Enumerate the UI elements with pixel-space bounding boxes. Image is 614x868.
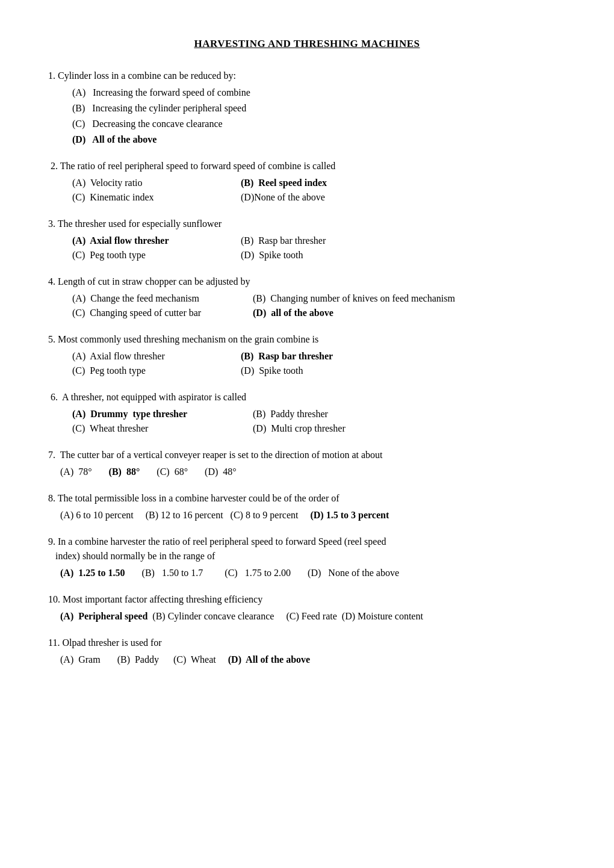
question-4: 4. Length of cut in straw chopper can be… (48, 274, 566, 320)
question-5-text: 5. Most commonly used threshing mechanis… (48, 332, 566, 347)
list-item: (A) Change the feed mechanism (B) Changi… (72, 291, 566, 306)
list-item: (A) Velocity ratio (B) Reel speed index (72, 176, 566, 190)
question-11-text: 11. Olpad thresher is used for (48, 636, 566, 650)
question-2: 2. The ratio of reel peripheral speed to… (48, 159, 566, 205)
list-item: (A) Peripheral speed (60, 611, 150, 621)
question-7-options: (A) 78° (B) 88° (C) 68° (D) 48° (48, 465, 566, 479)
questions-container: 1. Cylinder loss in a combine can be red… (48, 69, 566, 667)
list-item: (B) 88° (109, 467, 155, 477)
page-title: HARVESTING AND THRESHING MACHINES (48, 36, 566, 52)
list-item: (C) 68° (157, 467, 202, 477)
list-item: (D) None of the above (308, 568, 399, 578)
question-3-text: 3. The thresher used for especially sunf… (48, 217, 566, 231)
list-item: (C) Feed rate (D) Moisture content (286, 611, 423, 621)
list-item: (B) Paddy (117, 654, 171, 665)
question-1-text: 1. Cylinder loss in a combine can be red… (48, 69, 566, 83)
question-11-options: (A) Gram (B) Paddy (C) Wheat (D) All of … (48, 653, 566, 667)
list-item: (C) Wheat thresher (D) Multi crop thresh… (72, 421, 566, 436)
list-item: (D) All of the above (72, 132, 566, 147)
list-item: (A) Axial flow thresher (B) Rasp bar thr… (72, 234, 566, 248)
question-3-options: (A) Axial flow thresher (B) Rasp bar thr… (48, 234, 566, 262)
question-10: 10. Most important factor affecting thre… (48, 592, 566, 624)
list-item: (D) All of the above (228, 654, 310, 665)
question-2-text: 2. The ratio of reel peripheral speed to… (48, 159, 566, 173)
question-9-text: 9. In a combine harvester the ratio of r… (48, 535, 566, 563)
question-8-options: (A) 6 to 10 percent (B) 12 to 16 percent… (48, 508, 566, 522)
list-item: (B) Cylinder concave clearance (152, 611, 284, 621)
question-9-options: (A) 1.25 to 1.50 (B) 1.50 to 1.7 (C) 1.7… (48, 566, 566, 580)
question-6: 6. A thresher, not equipped with aspirat… (48, 390, 566, 436)
question-10-text: 10. Most important factor affecting thre… (48, 592, 566, 607)
question-1-options: (A) Increasing the forward speed of comb… (48, 85, 566, 147)
list-item: (D) 1.5 to 3 percent (310, 510, 389, 520)
question-4-options: (A) Change the feed mechanism (B) Changi… (48, 291, 566, 320)
list-item: (B) 12 to 16 percent (146, 510, 228, 520)
list-item: (A) Gram (60, 654, 115, 665)
question-5-options: (A) Axial flow thresher (B) Rasp bar thr… (48, 349, 566, 378)
list-item: (C) Changing speed of cutter bar (D) all… (72, 306, 566, 320)
list-item: (A) Increasing the forward speed of comb… (72, 85, 566, 100)
question-8: 8. The total permissible loss in a combi… (48, 491, 566, 522)
list-item: (B) 1.50 to 1.7 (142, 568, 223, 578)
list-item: (B) Increasing the cylinder peripheral s… (72, 101, 566, 116)
question-9: 9. In a combine harvester the ratio of r… (48, 535, 566, 580)
question-10-options: (A) Peripheral speed (B) Cylinder concav… (48, 609, 566, 624)
question-3: 3. The thresher used for especially sunf… (48, 217, 566, 262)
question-4-text: 4. Length of cut in straw chopper can be… (48, 274, 566, 289)
question-6-text: 6. A thresher, not equipped with aspirat… (48, 390, 566, 405)
question-11: 11. Olpad thresher is used for (A) Gram … (48, 636, 566, 667)
list-item: (C) Peg tooth type (D) Spike tooth (72, 248, 566, 262)
list-item: (C) Wheat (173, 654, 226, 665)
list-item: (A) 1.25 to 1.50 (60, 568, 140, 578)
list-item: (C) Peg tooth type (D) Spike tooth (72, 364, 566, 378)
question-7-text: 7. The cutter bar of a vertical conveyer… (48, 448, 566, 462)
list-item: (C) Kinematic index (D)None of the above (72, 190, 566, 205)
list-item: (A) 6 to 10 percent (60, 510, 143, 520)
list-item: (C) 1.75 to 2.00 (225, 568, 305, 578)
list-item: (C) Decreasing the concave clearance (72, 117, 566, 131)
question-2-options: (A) Velocity ratio (B) Reel speed index … (48, 176, 566, 205)
question-7: 7. The cutter bar of a vertical conveyer… (48, 448, 566, 479)
list-item: (A) Drummy type thresher (B) Paddy thres… (72, 407, 566, 421)
list-item: (C) 8 to 9 percent (231, 510, 308, 520)
list-item: (A) 78° (60, 467, 107, 477)
question-1: 1. Cylinder loss in a combine can be red… (48, 69, 566, 147)
list-item: (D) 48° (205, 467, 237, 477)
question-6-options: (A) Drummy type thresher (B) Paddy thres… (48, 407, 566, 436)
question-8-text: 8. The total permissible loss in a combi… (48, 491, 566, 506)
list-item: (A) Axial flow thresher (B) Rasp bar thr… (72, 349, 566, 364)
question-5: 5. Most commonly used threshing mechanis… (48, 332, 566, 378)
